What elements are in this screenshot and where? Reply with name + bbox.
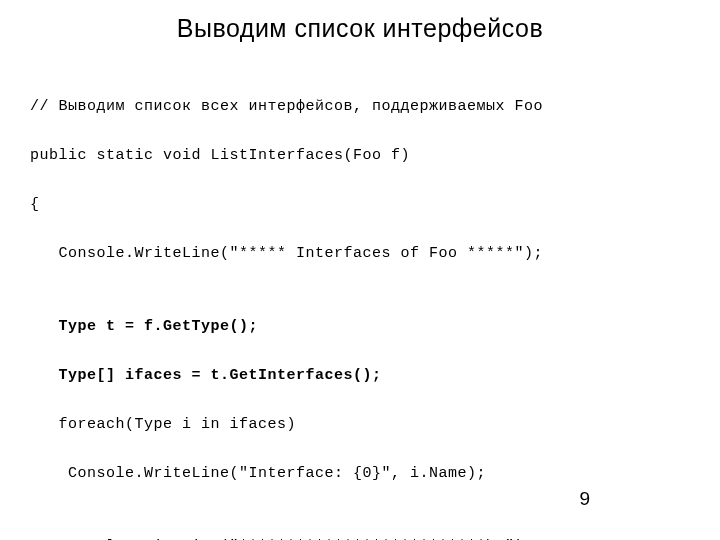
code-line-writeline-footer: Console.WriteLine("*********************… xyxy=(30,535,690,540)
code-line-brace-open: { xyxy=(30,193,690,217)
code-line-gettype: Type t = f.GetType(); xyxy=(30,315,690,339)
code-line-signature: public static void ListInterfaces(Foo f) xyxy=(30,144,690,168)
code-line-writeline-header: Console.WriteLine("***** Interfaces of F… xyxy=(30,242,690,266)
code-line-comment: // Выводим список всех интерфейсов, подд… xyxy=(30,95,690,119)
code-line-foreach: foreach(Type i in ifaces) xyxy=(30,413,690,437)
code-line-writeline-interface: Console.WriteLine("Interface: {0}", i.Na… xyxy=(30,462,690,486)
page-number: 9 xyxy=(579,488,590,510)
slide-title: Выводим список интерфейсов xyxy=(30,14,690,43)
code-block: // Выводим список всех интерфейсов, подд… xyxy=(30,71,690,540)
code-line-getinterfaces: Type[] ifaces = t.GetInterfaces(); xyxy=(30,364,690,388)
